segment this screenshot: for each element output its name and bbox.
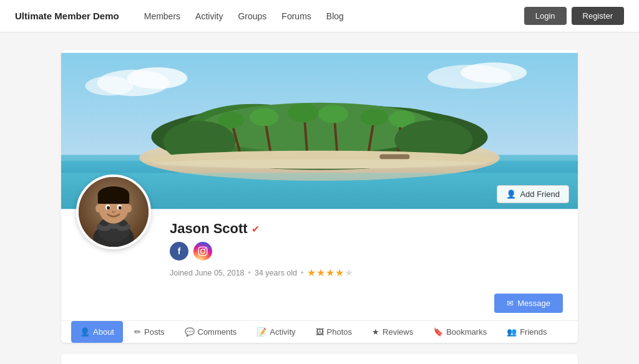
login-button[interactable]: Login: [524, 7, 567, 25]
tab-friends-label: Friends: [520, 327, 547, 337]
nav-activity[interactable]: Activity: [195, 11, 223, 21]
svg-point-23: [360, 108, 388, 125]
svg-point-42: [95, 204, 101, 213]
tab-activity[interactable]: 📝 Activity: [248, 321, 304, 343]
about-person-icon: 👤: [80, 327, 90, 337]
tab-reviews[interactable]: ★ Reviews: [363, 321, 422, 343]
star-2: ★: [316, 267, 325, 279]
profile-text: Jason Scott ✔ f Joined June 05, 2018: [170, 212, 563, 279]
separator-dot: •: [248, 269, 251, 277]
facebook-icon[interactable]: f: [170, 242, 188, 261]
svg-point-21: [288, 103, 319, 123]
join-date: Joined June 05, 2018: [170, 269, 245, 277]
pencil-icon: ✏: [134, 327, 141, 337]
star-5: ★: [344, 267, 353, 279]
content-section: [61, 354, 578, 364]
message-label: Message: [517, 299, 550, 308]
svg-point-3: [85, 76, 134, 95]
svg-point-22: [318, 105, 348, 123]
register-button[interactable]: Register: [572, 7, 624, 25]
star-3: ★: [326, 267, 334, 279]
nav-forums[interactable]: Forums: [281, 11, 311, 21]
tab-comments-label: Comments: [198, 327, 237, 337]
tab-activity-label: Activity: [270, 327, 295, 337]
nav-links: Members Activity Groups Forums Blog: [144, 11, 524, 21]
svg-point-40: [119, 206, 122, 210]
svg-point-45: [201, 249, 205, 254]
profile-meta: Joined June 05, 2018 • 34 years old • ★ …: [170, 267, 563, 279]
tab-reviews-label: Reviews: [383, 327, 413, 337]
nav-blog[interactable]: Blog: [326, 11, 344, 21]
tab-comments[interactable]: 💬 Comments: [176, 321, 246, 343]
tab-friends[interactable]: 👥 Friends: [498, 321, 555, 343]
separator-dot-2: •: [301, 269, 303, 277]
nav-members[interactable]: Members: [144, 11, 180, 21]
svg-rect-36: [98, 193, 129, 204]
profile-name-row: Jason Scott ✔: [170, 221, 563, 237]
star-icon: ★: [372, 327, 379, 337]
profile-name: Jason Scott: [170, 221, 248, 237]
svg-point-29: [151, 159, 487, 168]
social-icons: f: [170, 242, 563, 261]
tab-bookmarks[interactable]: 🔖 Bookmarks: [424, 321, 495, 343]
avatar: [76, 175, 151, 249]
main-content: 👤 Add Friend: [51, 50, 588, 364]
nav-groups[interactable]: Groups: [238, 11, 266, 21]
star-4: ★: [335, 267, 344, 279]
profile-card: 👤 Add Friend: [61, 50, 578, 343]
tab-about-label: About: [93, 327, 114, 337]
message-row: ✉ Message: [61, 289, 578, 320]
svg-rect-28: [379, 155, 409, 160]
tab-posts-label: Posts: [144, 327, 165, 337]
svg-rect-44: [198, 247, 207, 255]
tab-bookmarks-label: Bookmarks: [446, 327, 487, 337]
tab-posts[interactable]: ✏ Posts: [125, 321, 173, 343]
star-rating: ★ ★ ★ ★ ★: [307, 267, 353, 279]
star-1: ★: [307, 267, 316, 279]
tab-photos-label: Photos: [327, 327, 352, 337]
tab-about[interactable]: 👤 About: [71, 321, 123, 343]
nav-actions: Login Register: [524, 7, 624, 25]
edit-icon: 📝: [256, 327, 266, 337]
bookmark-icon: 🔖: [433, 327, 443, 337]
people-icon: 👥: [507, 327, 517, 337]
photo-icon: 🖼: [316, 327, 324, 337]
brand-logo: Ultimate Member Demo: [15, 11, 119, 21]
tab-photos[interactable]: 🖼 Photos: [307, 321, 361, 343]
instagram-icon[interactable]: [193, 242, 212, 261]
svg-point-46: [205, 248, 206, 249]
message-button[interactable]: ✉ Message: [494, 294, 563, 313]
profile-tabs: 👤 About ✏ Posts 💬 Comments 📝 Activity 🖼 …: [61, 320, 578, 343]
profile-info-area: Jason Scott ✔ f Joined June 05, 2018: [61, 212, 578, 289]
svg-point-5: [461, 62, 527, 83]
svg-point-41: [112, 211, 115, 213]
user-age: 34 years old: [255, 269, 297, 277]
svg-point-20: [250, 108, 278, 126]
person-icon: 👤: [506, 189, 516, 199]
verified-icon: ✔: [251, 223, 260, 235]
bubble-icon: 💬: [185, 327, 195, 337]
envelope-icon: ✉: [507, 299, 514, 308]
add-friend-label: Add Friend: [520, 189, 560, 199]
avatar-image: [79, 177, 149, 247]
add-friend-button[interactable]: 👤 Add Friend: [497, 185, 569, 203]
svg-point-39: [107, 206, 110, 210]
navbar: Ultimate Member Demo Members Activity Gr…: [0, 0, 639, 32]
svg-point-43: [126, 204, 132, 213]
svg-point-2: [127, 67, 187, 89]
